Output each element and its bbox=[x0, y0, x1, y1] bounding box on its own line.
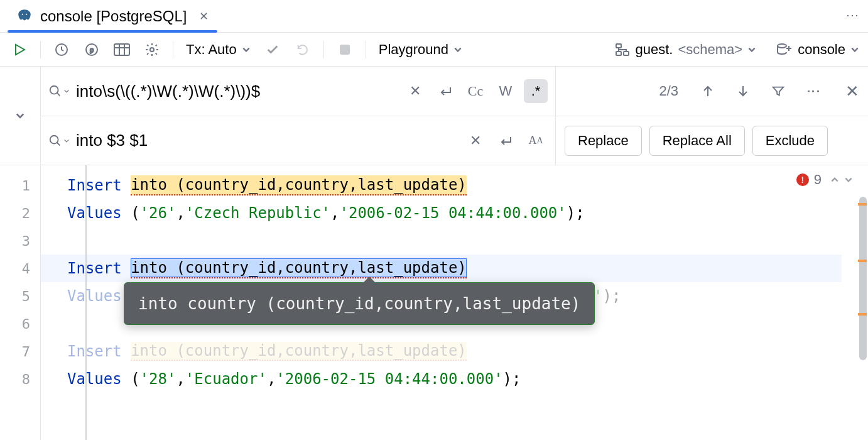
words-toggle[interactable]: W bbox=[494, 79, 518, 103]
error-icon: ! bbox=[796, 173, 809, 186]
sql-toolbar: p Tx: Auto Playground guest.<schema> con… bbox=[0, 33, 868, 67]
code-line[interactable]: Insert into (country_id,country,last_upd… bbox=[67, 338, 868, 365]
svg-line-17 bbox=[57, 93, 60, 96]
grid-icon[interactable] bbox=[111, 39, 133, 60]
tx-label: Tx: Auto bbox=[186, 41, 237, 58]
filter-icon[interactable] bbox=[766, 79, 790, 103]
error-badge[interactable]: ! 9 bbox=[796, 172, 853, 188]
search-icon[interactable] bbox=[48, 84, 70, 98]
schema-placeholder: <schema> bbox=[678, 41, 742, 58]
console-label: console bbox=[798, 41, 845, 58]
tab-title: console [PostgreSQL] bbox=[40, 8, 187, 25]
match-count: 2/3 bbox=[659, 83, 678, 99]
commit-icon[interactable] bbox=[262, 39, 283, 60]
prev-match-icon[interactable] bbox=[696, 79, 720, 103]
playground-dropdown[interactable]: Playground bbox=[376, 41, 465, 58]
svg-line-19 bbox=[57, 142, 60, 145]
search-marker[interactable] bbox=[858, 260, 867, 262]
match-case-toggle[interactable]: Cc bbox=[464, 79, 487, 103]
regex-toggle[interactable]: .* bbox=[524, 79, 548, 103]
search-marker[interactable] bbox=[858, 313, 867, 316]
svg-text:p: p bbox=[90, 46, 94, 53]
line-number: 7 bbox=[0, 338, 40, 365]
error-count: 9 bbox=[814, 172, 822, 188]
find-replace-panel: ✕ Cc W .* 2/3 ⋮ ✕ bbox=[0, 67, 868, 165]
collapse-find-replace[interactable] bbox=[0, 67, 41, 165]
exclude-button[interactable]: Exclude bbox=[752, 126, 828, 156]
search-marker[interactable] bbox=[858, 203, 867, 206]
stop-icon[interactable] bbox=[334, 39, 355, 60]
preserve-case-toggle[interactable]: AA bbox=[524, 129, 548, 153]
replace-input[interactable] bbox=[76, 131, 457, 150]
line-number: 5 bbox=[0, 282, 40, 310]
line-number: 1 bbox=[0, 172, 40, 199]
divider bbox=[366, 41, 366, 58]
tab-more-icon[interactable]: ⋮ bbox=[845, 9, 860, 23]
find-row: ✕ Cc W .* 2/3 ⋮ ✕ bbox=[41, 67, 868, 116]
line-number: 4 bbox=[0, 255, 40, 282]
svg-marker-2 bbox=[16, 45, 24, 55]
find-more-icon[interactable]: ⋮ bbox=[801, 79, 825, 103]
find-input[interactable] bbox=[76, 82, 397, 101]
code-line[interactable]: Insert into (country_id,country,last_upd… bbox=[41, 255, 842, 282]
editor-tab-bar: console [PostgreSQL] ✕ ⋮ bbox=[0, 0, 868, 33]
marker-rail[interactable] bbox=[857, 165, 868, 440]
postgres-icon bbox=[16, 8, 33, 25]
replace-history-icon[interactable] bbox=[48, 134, 70, 148]
svg-point-16 bbox=[50, 86, 58, 94]
svg-point-0 bbox=[22, 13, 23, 14]
scrollbar-thumb[interactable] bbox=[859, 197, 867, 360]
tx-mode-dropdown[interactable]: Tx: Auto bbox=[183, 41, 253, 58]
svg-rect-14 bbox=[624, 52, 629, 55]
schema-selector[interactable]: guest.<schema> bbox=[615, 41, 756, 58]
newline-replace-toggle[interactable] bbox=[494, 129, 518, 153]
rollback-icon[interactable] bbox=[292, 39, 313, 60]
svg-rect-6 bbox=[114, 44, 129, 55]
clear-find-icon[interactable]: ✕ bbox=[403, 79, 427, 103]
svg-rect-12 bbox=[616, 44, 621, 48]
code-line[interactable]: Values ('26','Czech Republic','2006-02-1… bbox=[67, 199, 868, 227]
playground-label: Playground bbox=[379, 41, 448, 58]
svg-point-15 bbox=[778, 44, 786, 48]
divider bbox=[40, 41, 41, 58]
close-find-icon[interactable]: ✕ bbox=[845, 82, 859, 101]
clear-replace-icon[interactable]: ✕ bbox=[464, 129, 487, 153]
close-tab-icon[interactable]: ✕ bbox=[199, 9, 209, 23]
console-selector[interactable]: console bbox=[776, 41, 859, 58]
newline-toggle[interactable] bbox=[433, 79, 457, 103]
schema-prefix: guest. bbox=[635, 41, 673, 58]
code-content[interactable]: Insert into (country_id,country,last_upd… bbox=[41, 165, 868, 393]
run-button[interactable] bbox=[9, 39, 30, 60]
code-line[interactable]: Insert into (country_id,country,last_upd… bbox=[67, 172, 868, 199]
line-gutter: 1 2 3 4 5 6 7 8 bbox=[0, 165, 41, 440]
line-number: 6 bbox=[0, 310, 40, 338]
line-number: 2 bbox=[0, 199, 40, 227]
svg-point-10 bbox=[150, 48, 154, 52]
line-number: 8 bbox=[0, 365, 40, 393]
svg-point-1 bbox=[26, 13, 27, 14]
svg-point-18 bbox=[50, 135, 58, 143]
replace-preview-tooltip: into country (country_id,country,last_up… bbox=[124, 282, 595, 325]
svg-rect-11 bbox=[340, 45, 350, 55]
code-editor[interactable]: 1 2 3 4 5 6 7 8 Insert into (country_id,… bbox=[0, 165, 868, 440]
replace-all-button[interactable]: Replace All bbox=[649, 126, 745, 156]
next-match-icon[interactable] bbox=[731, 79, 755, 103]
history-icon[interactable] bbox=[51, 39, 72, 60]
profile-icon[interactable]: p bbox=[81, 39, 102, 60]
replace-row: ✕ AA Replace Replace All Exclude bbox=[41, 116, 868, 165]
svg-rect-13 bbox=[616, 52, 621, 55]
divider bbox=[323, 41, 324, 58]
code-line[interactable]: Values ('28','Ecuador','2006-02-15 04:44… bbox=[67, 365, 868, 393]
code-line[interactable] bbox=[67, 227, 868, 255]
divider bbox=[173, 41, 173, 58]
settings-icon[interactable] bbox=[141, 39, 163, 60]
line-number: 3 bbox=[0, 227, 40, 255]
editor-tab[interactable]: console [PostgreSQL] ✕ bbox=[8, 0, 217, 33]
replace-button[interactable]: Replace bbox=[565, 126, 642, 156]
